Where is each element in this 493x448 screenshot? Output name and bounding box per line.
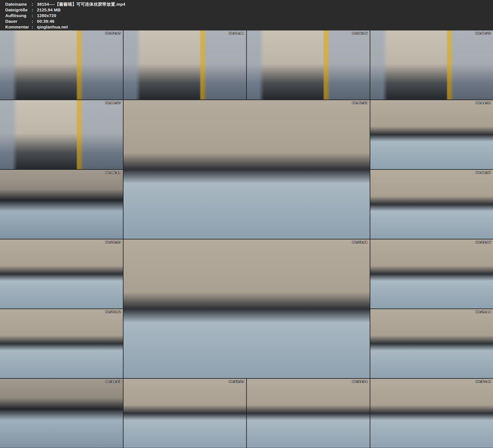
info-row: Dateigröße:2125.94 MB: [5, 7, 493, 13]
video-thumbnail: 00:20:55: [0, 239, 123, 308]
thumbnail-placeholder: [0, 239, 123, 308]
timestamp-badge: 00:18:50: [475, 171, 491, 174]
timestamp-badge: 00:29:18: [475, 310, 491, 314]
timestamp-badge: 00:27:12: [105, 310, 121, 314]
timestamp-badge: 00:16:44: [105, 171, 121, 174]
video-thumbnail: 00:16:44: [0, 170, 123, 239]
info-separator: :: [32, 7, 37, 13]
thumbnail-placeholder: [370, 309, 493, 378]
info-row: Auflösung:1280x720: [5, 13, 493, 19]
video-thumbnail: 00:27:12: [0, 309, 123, 378]
timestamp-badge: 00:25:06: [475, 240, 491, 244]
timestamp-badge: 00:02:05: [105, 32, 121, 35]
info-label: Kommentar: [5, 24, 32, 30]
info-value: 00:39:46: [37, 19, 55, 23]
video-thumbnail: 00:10:27: [0, 100, 123, 169]
thumbnail-placeholder: [0, 100, 123, 169]
video-thumbnail: 00:06:16: [247, 31, 370, 100]
info-separator: :: [32, 1, 37, 7]
video-thumbnail: 00:14:39: [370, 100, 493, 169]
timestamp-badge: 00:33:29: [228, 380, 244, 383]
thumbnail-placeholder: [0, 379, 123, 448]
thumbnail-placeholder: [123, 100, 370, 239]
thumbnail-placeholder: [0, 31, 123, 100]
info-value: 2125.94 MB: [37, 8, 61, 12]
video-thumbnail: 00:33:29: [123, 379, 246, 448]
video-thumbnail: 00:25:06: [370, 239, 493, 308]
thumbnail-placeholder: [370, 100, 493, 169]
info-label: Auflösung: [5, 13, 32, 19]
thumbnail-placeholder: [123, 239, 370, 378]
info-label: Dauer: [5, 19, 32, 24]
timestamp-badge: 00:08:22: [475, 32, 491, 35]
thumbnail-placeholder: [370, 170, 493, 239]
video-thumbnail: 00:29:18: [370, 309, 493, 378]
timestamp-badge: 00:35:34: [352, 380, 368, 383]
video-thumbnail: 00:12:33: [123, 100, 370, 239]
thumbnail-placeholder: [370, 31, 493, 100]
timestamp-badge: 00:12:33: [352, 101, 368, 105]
info-label: Dateiname: [5, 1, 32, 7]
info-separator: :: [32, 19, 37, 24]
timestamp-badge: 00:10:27: [105, 101, 121, 105]
file-info-header: Dateiname:38154----【酱酱喵】可可连体丝胶带放置.mp4 Da…: [0, 0, 493, 31]
thumbnail-placeholder: [0, 170, 123, 239]
info-row: Kommentar:qinglanhua.net: [5, 24, 493, 30]
video-thumbnail: 00:31:23: [0, 379, 123, 448]
timestamp-badge: 00:31:23: [105, 380, 121, 383]
thumbnail-grid: 00:02:0500:04:1100:06:1600:08:2200:10:27…: [0, 31, 493, 448]
timestamp-badge: 00:37:40: [475, 380, 491, 383]
thumbnail-placeholder: [247, 379, 370, 448]
thumbnail-placeholder: [123, 379, 246, 448]
timestamp-badge: 00:23:01: [352, 240, 368, 244]
info-value: qinglanhua.net: [37, 24, 68, 29]
timestamp-badge: 00:14:39: [475, 101, 491, 105]
info-value: 1280x720: [37, 13, 56, 18]
info-separator: :: [32, 13, 37, 19]
video-thumbnail: 00:23:01: [123, 239, 370, 378]
video-thumbnail: 00:35:34: [247, 379, 370, 448]
info-row: Dateiname:38154----【酱酱喵】可可连体丝胶带放置.mp4: [5, 1, 493, 7]
video-thumbnail: 00:04:11: [123, 31, 246, 100]
thumbnail-placeholder: [0, 309, 123, 378]
info-row: Dauer:00:39:46: [5, 19, 493, 24]
timestamp-badge: 00:06:16: [352, 32, 368, 35]
video-thumbnail: 00:37:40: [370, 379, 493, 448]
video-thumbnail: 00:08:22: [370, 31, 493, 100]
timestamp-badge: 00:20:55: [105, 240, 121, 244]
video-thumbnail: 00:02:05: [0, 31, 123, 100]
video-thumbnail: 00:18:50: [370, 170, 493, 239]
thumbnail-placeholder: [123, 31, 246, 100]
thumbnail-placeholder: [370, 379, 493, 448]
thumbnail-placeholder: [247, 31, 370, 100]
contact-sheet: Dateiname:38154----【酱酱喵】可可连体丝胶带放置.mp4 Da…: [0, 0, 493, 448]
thumbnail-placeholder: [370, 239, 493, 308]
info-value: 38154----【酱酱喵】可可连体丝胶带放置.mp4: [37, 2, 125, 7]
timestamp-badge: 00:04:11: [228, 32, 244, 35]
info-label: Dateigröße: [5, 7, 32, 13]
info-separator: :: [32, 24, 37, 30]
